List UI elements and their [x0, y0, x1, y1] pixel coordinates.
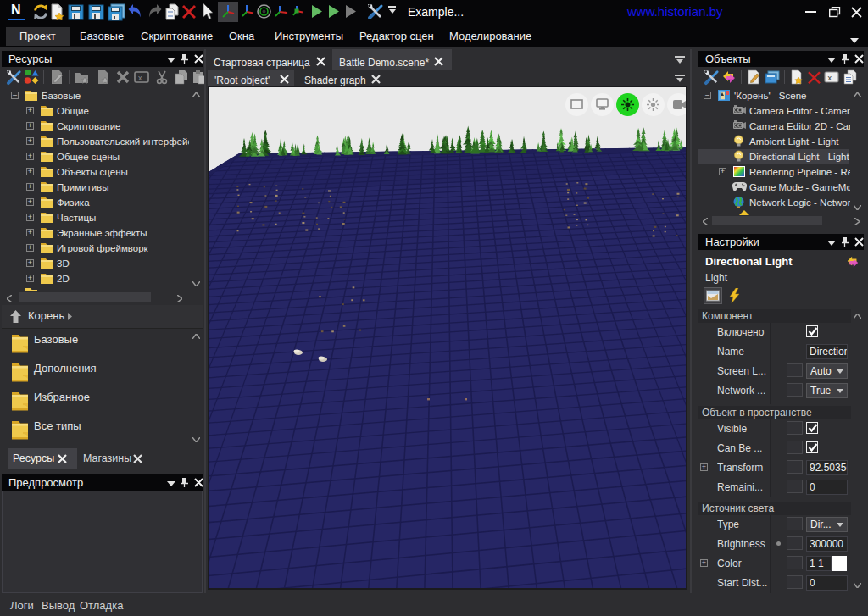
- svg-text:x: x: [138, 74, 142, 82]
- svg-text:x: x: [828, 74, 832, 82]
